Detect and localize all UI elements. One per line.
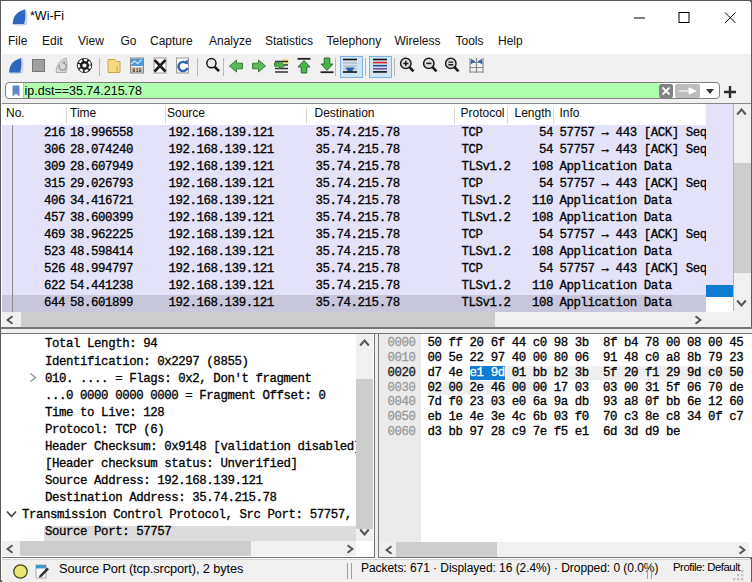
svg-text:010: 010 [132,68,141,74]
